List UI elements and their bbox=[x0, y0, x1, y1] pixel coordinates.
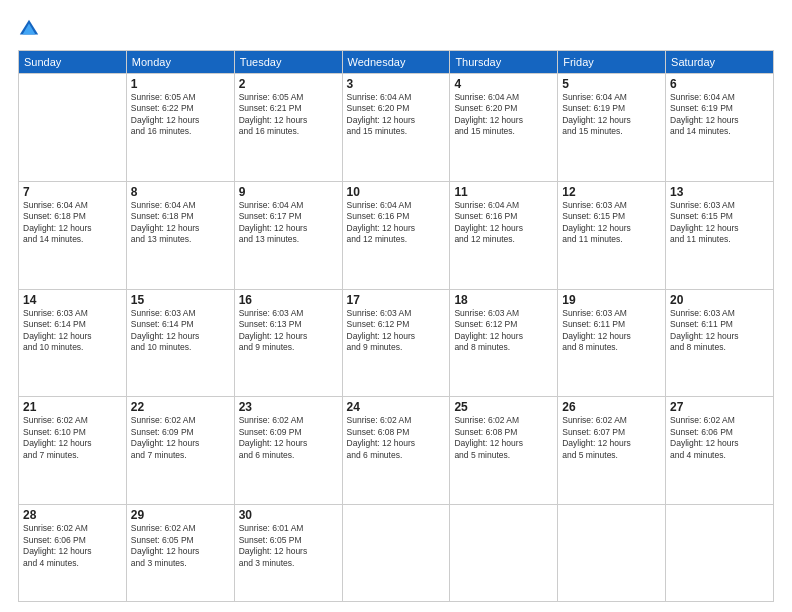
weekday-header-monday: Monday bbox=[126, 51, 234, 74]
day-info: Sunrise: 6:04 AMSunset: 6:16 PMDaylight:… bbox=[347, 200, 446, 246]
day-number: 30 bbox=[239, 508, 338, 522]
day-number: 1 bbox=[131, 77, 230, 91]
day-number: 19 bbox=[562, 293, 661, 307]
week-row-4: 21Sunrise: 6:02 AMSunset: 6:10 PMDayligh… bbox=[19, 397, 774, 505]
header bbox=[18, 18, 774, 40]
day-number: 5 bbox=[562, 77, 661, 91]
day-number: 14 bbox=[23, 293, 122, 307]
day-number: 15 bbox=[131, 293, 230, 307]
day-number: 4 bbox=[454, 77, 553, 91]
day-number: 2 bbox=[239, 77, 338, 91]
logo bbox=[18, 18, 44, 40]
page: SundayMondayTuesdayWednesdayThursdayFrid… bbox=[0, 0, 792, 612]
day-info: Sunrise: 6:02 AMSunset: 6:05 PMDaylight:… bbox=[131, 523, 230, 569]
calendar-cell: 21Sunrise: 6:02 AMSunset: 6:10 PMDayligh… bbox=[19, 397, 127, 505]
day-info: Sunrise: 6:02 AMSunset: 6:09 PMDaylight:… bbox=[239, 415, 338, 461]
weekday-header-sunday: Sunday bbox=[19, 51, 127, 74]
calendar-cell: 16Sunrise: 6:03 AMSunset: 6:13 PMDayligh… bbox=[234, 289, 342, 397]
calendar-cell: 17Sunrise: 6:03 AMSunset: 6:12 PMDayligh… bbox=[342, 289, 450, 397]
calendar-cell: 9Sunrise: 6:04 AMSunset: 6:17 PMDaylight… bbox=[234, 181, 342, 289]
calendar-cell: 5Sunrise: 6:04 AMSunset: 6:19 PMDaylight… bbox=[558, 74, 666, 182]
day-info: Sunrise: 6:04 AMSunset: 6:20 PMDaylight:… bbox=[454, 92, 553, 138]
day-number: 10 bbox=[347, 185, 446, 199]
day-info: Sunrise: 6:03 AMSunset: 6:15 PMDaylight:… bbox=[670, 200, 769, 246]
calendar-cell: 8Sunrise: 6:04 AMSunset: 6:18 PMDaylight… bbox=[126, 181, 234, 289]
week-row-5: 28Sunrise: 6:02 AMSunset: 6:06 PMDayligh… bbox=[19, 505, 774, 602]
calendar-cell: 13Sunrise: 6:03 AMSunset: 6:15 PMDayligh… bbox=[666, 181, 774, 289]
calendar-cell: 18Sunrise: 6:03 AMSunset: 6:12 PMDayligh… bbox=[450, 289, 558, 397]
calendar-cell: 20Sunrise: 6:03 AMSunset: 6:11 PMDayligh… bbox=[666, 289, 774, 397]
day-number: 24 bbox=[347, 400, 446, 414]
day-info: Sunrise: 6:04 AMSunset: 6:20 PMDaylight:… bbox=[347, 92, 446, 138]
day-number: 16 bbox=[239, 293, 338, 307]
calendar-cell: 28Sunrise: 6:02 AMSunset: 6:06 PMDayligh… bbox=[19, 505, 127, 602]
day-number: 12 bbox=[562, 185, 661, 199]
calendar-cell: 3Sunrise: 6:04 AMSunset: 6:20 PMDaylight… bbox=[342, 74, 450, 182]
day-number: 28 bbox=[23, 508, 122, 522]
day-info: Sunrise: 6:05 AMSunset: 6:22 PMDaylight:… bbox=[131, 92, 230, 138]
day-info: Sunrise: 6:03 AMSunset: 6:12 PMDaylight:… bbox=[454, 308, 553, 354]
calendar-cell bbox=[666, 505, 774, 602]
calendar-cell: 12Sunrise: 6:03 AMSunset: 6:15 PMDayligh… bbox=[558, 181, 666, 289]
day-info: Sunrise: 6:02 AMSunset: 6:06 PMDaylight:… bbox=[670, 415, 769, 461]
weekday-header-tuesday: Tuesday bbox=[234, 51, 342, 74]
calendar-cell: 6Sunrise: 6:04 AMSunset: 6:19 PMDaylight… bbox=[666, 74, 774, 182]
week-row-1: 1Sunrise: 6:05 AMSunset: 6:22 PMDaylight… bbox=[19, 74, 774, 182]
calendar-cell: 19Sunrise: 6:03 AMSunset: 6:11 PMDayligh… bbox=[558, 289, 666, 397]
logo-icon bbox=[18, 18, 40, 40]
calendar-cell: 11Sunrise: 6:04 AMSunset: 6:16 PMDayligh… bbox=[450, 181, 558, 289]
day-number: 6 bbox=[670, 77, 769, 91]
day-number: 11 bbox=[454, 185, 553, 199]
day-info: Sunrise: 6:02 AMSunset: 6:09 PMDaylight:… bbox=[131, 415, 230, 461]
calendar-cell bbox=[342, 505, 450, 602]
calendar-cell: 14Sunrise: 6:03 AMSunset: 6:14 PMDayligh… bbox=[19, 289, 127, 397]
day-number: 18 bbox=[454, 293, 553, 307]
calendar-cell: 24Sunrise: 6:02 AMSunset: 6:08 PMDayligh… bbox=[342, 397, 450, 505]
day-number: 26 bbox=[562, 400, 661, 414]
day-info: Sunrise: 6:03 AMSunset: 6:14 PMDaylight:… bbox=[131, 308, 230, 354]
calendar-cell: 15Sunrise: 6:03 AMSunset: 6:14 PMDayligh… bbox=[126, 289, 234, 397]
calendar-cell: 4Sunrise: 6:04 AMSunset: 6:20 PMDaylight… bbox=[450, 74, 558, 182]
calendar-cell bbox=[450, 505, 558, 602]
calendar-cell: 1Sunrise: 6:05 AMSunset: 6:22 PMDaylight… bbox=[126, 74, 234, 182]
weekday-header-saturday: Saturday bbox=[666, 51, 774, 74]
calendar-cell: 10Sunrise: 6:04 AMSunset: 6:16 PMDayligh… bbox=[342, 181, 450, 289]
day-info: Sunrise: 6:05 AMSunset: 6:21 PMDaylight:… bbox=[239, 92, 338, 138]
day-info: Sunrise: 6:04 AMSunset: 6:17 PMDaylight:… bbox=[239, 200, 338, 246]
day-number: 17 bbox=[347, 293, 446, 307]
day-number: 13 bbox=[670, 185, 769, 199]
weekday-header-friday: Friday bbox=[558, 51, 666, 74]
day-info: Sunrise: 6:03 AMSunset: 6:13 PMDaylight:… bbox=[239, 308, 338, 354]
day-number: 20 bbox=[670, 293, 769, 307]
day-number: 22 bbox=[131, 400, 230, 414]
week-row-3: 14Sunrise: 6:03 AMSunset: 6:14 PMDayligh… bbox=[19, 289, 774, 397]
calendar-cell: 29Sunrise: 6:02 AMSunset: 6:05 PMDayligh… bbox=[126, 505, 234, 602]
day-number: 3 bbox=[347, 77, 446, 91]
calendar-cell: 30Sunrise: 6:01 AMSunset: 6:05 PMDayligh… bbox=[234, 505, 342, 602]
calendar-cell: 27Sunrise: 6:02 AMSunset: 6:06 PMDayligh… bbox=[666, 397, 774, 505]
day-info: Sunrise: 6:02 AMSunset: 6:06 PMDaylight:… bbox=[23, 523, 122, 569]
day-info: Sunrise: 6:04 AMSunset: 6:18 PMDaylight:… bbox=[131, 200, 230, 246]
day-info: Sunrise: 6:03 AMSunset: 6:15 PMDaylight:… bbox=[562, 200, 661, 246]
calendar-cell: 25Sunrise: 6:02 AMSunset: 6:08 PMDayligh… bbox=[450, 397, 558, 505]
calendar-cell: 26Sunrise: 6:02 AMSunset: 6:07 PMDayligh… bbox=[558, 397, 666, 505]
day-info: Sunrise: 6:02 AMSunset: 6:10 PMDaylight:… bbox=[23, 415, 122, 461]
day-number: 23 bbox=[239, 400, 338, 414]
day-number: 7 bbox=[23, 185, 122, 199]
day-number: 9 bbox=[239, 185, 338, 199]
day-info: Sunrise: 6:02 AMSunset: 6:07 PMDaylight:… bbox=[562, 415, 661, 461]
day-info: Sunrise: 6:03 AMSunset: 6:12 PMDaylight:… bbox=[347, 308, 446, 354]
weekday-header-wednesday: Wednesday bbox=[342, 51, 450, 74]
day-info: Sunrise: 6:04 AMSunset: 6:18 PMDaylight:… bbox=[23, 200, 122, 246]
day-info: Sunrise: 6:04 AMSunset: 6:19 PMDaylight:… bbox=[562, 92, 661, 138]
day-info: Sunrise: 6:02 AMSunset: 6:08 PMDaylight:… bbox=[347, 415, 446, 461]
day-info: Sunrise: 6:02 AMSunset: 6:08 PMDaylight:… bbox=[454, 415, 553, 461]
day-info: Sunrise: 6:03 AMSunset: 6:11 PMDaylight:… bbox=[670, 308, 769, 354]
calendar-cell: 2Sunrise: 6:05 AMSunset: 6:21 PMDaylight… bbox=[234, 74, 342, 182]
day-number: 21 bbox=[23, 400, 122, 414]
day-number: 29 bbox=[131, 508, 230, 522]
day-info: Sunrise: 6:03 AMSunset: 6:11 PMDaylight:… bbox=[562, 308, 661, 354]
calendar-table: SundayMondayTuesdayWednesdayThursdayFrid… bbox=[18, 50, 774, 602]
calendar-cell bbox=[19, 74, 127, 182]
day-info: Sunrise: 6:03 AMSunset: 6:14 PMDaylight:… bbox=[23, 308, 122, 354]
